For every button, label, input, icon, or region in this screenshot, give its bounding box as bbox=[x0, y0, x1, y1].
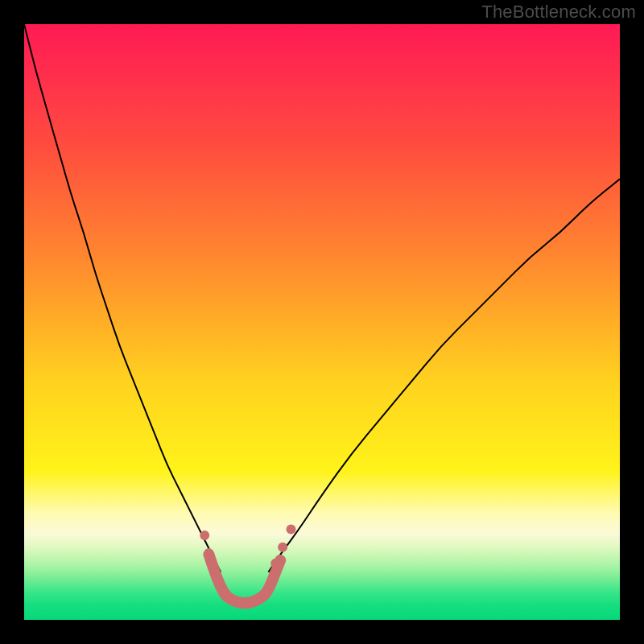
marker-1 bbox=[204, 548, 213, 558]
marker-2 bbox=[270, 559, 280, 568]
curve-layer bbox=[24, 24, 620, 620]
watermark-text: TheBottleneck.com bbox=[481, 2, 636, 23]
marker-0 bbox=[200, 530, 209, 540]
marker-4 bbox=[287, 525, 296, 535]
marker-3 bbox=[278, 543, 287, 552]
series-valley-sausage bbox=[208, 555, 280, 604]
plot-area bbox=[24, 24, 620, 620]
series-left-curve bbox=[24, 24, 221, 572]
chart-frame: TheBottleneck.com bbox=[0, 0, 644, 644]
series-right-curve bbox=[268, 179, 620, 572]
